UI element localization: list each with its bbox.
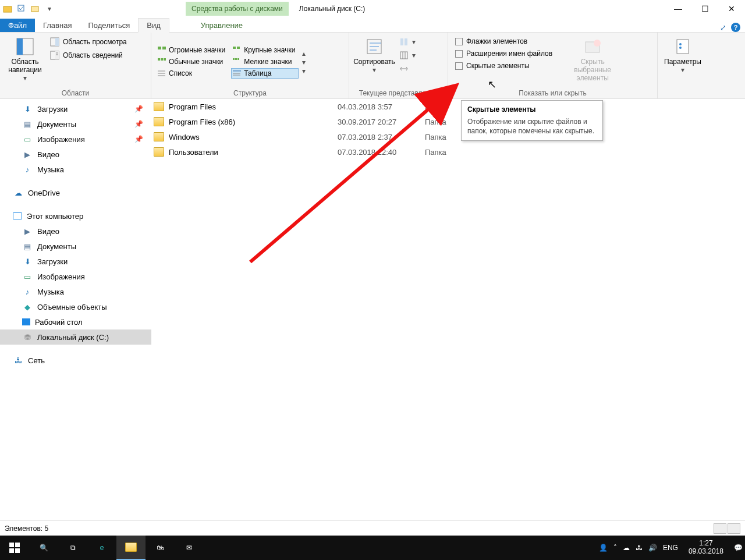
size-columns-button[interactable]: [397, 63, 420, 75]
cube-icon: ◆: [22, 302, 33, 311]
preview-pane-icon: [50, 37, 59, 47]
navigation-pane-button[interactable]: Область навигации ▾: [5, 35, 45, 83]
tab-share[interactable]: Поделиться: [80, 19, 138, 32]
table-row[interactable]: Пользователи 07.03.2018 22:40 Папка: [151, 144, 745, 160]
tray-clock[interactable]: 1:27 09.03.2018: [684, 540, 728, 556]
document-icon: ▤: [22, 242, 33, 251]
hide-icon: [583, 37, 602, 56]
start-button[interactable]: [0, 536, 29, 560]
svg-rect-18: [233, 58, 235, 60]
svg-rect-1: [18, 5, 24, 11]
tiles-icon: [232, 58, 242, 66]
group-label-panes: Области: [5, 88, 146, 97]
add-columns-button[interactable]: ▾: [397, 49, 420, 61]
svg-rect-4: [17, 38, 23, 55]
nav-pc-3d[interactable]: ◆Объемные объекты: [0, 299, 151, 314]
nav-network[interactable]: 🖧Сеть: [0, 353, 151, 368]
resize-icon: [399, 64, 409, 73]
nav-documents[interactable]: ▤Документы📌: [0, 116, 151, 132]
sort-button[interactable]: Сортировать ▾: [354, 35, 395, 76]
nav-pc-downloads[interactable]: ⬇Загрузки: [0, 254, 151, 269]
computer-icon: [13, 212, 22, 219]
tab-file[interactable]: Файл: [0, 19, 35, 32]
nav-pc-desktop[interactable]: Рабочий стол: [0, 314, 151, 329]
group-by-button[interactable]: ▾: [397, 36, 420, 48]
table-row[interactable]: Program Files 04.03.2018 3:57 Папка: [151, 99, 745, 114]
file-extensions-toggle[interactable]: Расширения имен файлов: [453, 48, 555, 59]
taskbar-edge[interactable]: e: [87, 536, 116, 560]
details-pane-button[interactable]: Область сведений: [48, 49, 129, 61]
tray-language[interactable]: ENG: [663, 544, 678, 552]
table-row[interactable]: Windows 07.03.2018 2:37 Папка: [151, 129, 745, 144]
nav-pc-music[interactable]: ♪Музыка: [0, 284, 151, 299]
folder-icon: [154, 147, 164, 157]
nav-pc-local-c[interactable]: ⛃Локальный диск (C:): [0, 329, 151, 345]
minimize-button[interactable]: —: [665, 0, 691, 17]
table-row[interactable]: Program Files (x86) 30.09.2017 20:27 Пап…: [151, 114, 745, 129]
file-date: 30.09.2017 20:27: [338, 118, 425, 126]
tray-chevron-up-icon[interactable]: ˄: [613, 544, 617, 552]
status-item-count: Элементов: 5: [5, 524, 48, 533]
layout-small[interactable]: Мелкие значки: [231, 56, 299, 67]
file-list[interactable]: Program Files 04.03.2018 3:57 Папка Prog…: [151, 99, 745, 520]
taskbar-mail[interactable]: ✉: [175, 536, 204, 560]
tab-home[interactable]: Главная: [35, 19, 80, 32]
chevron-down-icon: ▾: [371, 66, 377, 75]
hidden-items-toggle[interactable]: Скрытые элементы: [453, 61, 555, 71]
preview-pane-button[interactable]: Область просмотра: [48, 36, 129, 48]
layout-medium[interactable]: Обычные значки: [156, 56, 229, 67]
close-button[interactable]: ✕: [718, 0, 745, 17]
maximize-button[interactable]: ☐: [691, 0, 718, 17]
item-checkboxes-toggle[interactable]: Флажки элементов: [453, 36, 555, 47]
tray-people-icon[interactable]: 👤: [599, 544, 608, 552]
pin-icon: 📌: [134, 135, 143, 143]
layout-extra-large[interactable]: Огромные значки: [156, 45, 229, 55]
layout-large[interactable]: Крупные значки: [231, 45, 299, 55]
nav-music[interactable]: ♪Музыка: [0, 162, 151, 177]
nav-videos[interactable]: ▶Видео: [0, 147, 151, 162]
qat-customize-icon[interactable]: ▾: [44, 3, 55, 14]
tiles-icon: [232, 46, 242, 54]
desktop-icon: [22, 318, 30, 325]
nav-this-pc[interactable]: Этот компьютер: [0, 208, 151, 224]
tray-notifications-icon[interactable]: 💬: [734, 544, 743, 552]
svg-rect-31: [400, 38, 403, 45]
app-icon: [2, 3, 13, 14]
taskbar-store[interactable]: 🛍: [146, 536, 175, 560]
layout-details[interactable]: Таблица: [231, 68, 299, 79]
layout-scroll-up-icon[interactable]: ▴: [302, 49, 308, 58]
layout-list[interactable]: Список: [156, 68, 229, 79]
nav-pc-pictures[interactable]: ▭Изображения: [0, 269, 151, 284]
tray-onedrive-icon[interactable]: ☁: [623, 544, 630, 552]
tray-volume-icon[interactable]: 🔊: [648, 544, 657, 552]
layout-more-icon[interactable]: ▾: [302, 67, 308, 75]
details-pane-label: Область сведений: [63, 51, 123, 59]
nav-pc-videos[interactable]: ▶Видео: [0, 224, 151, 239]
options-button[interactable]: Параметры ▾: [662, 35, 703, 76]
navigation-pane: ⬇Загрузки📌 ▤Документы📌 ▭Изображения📌 ▶Ви…: [0, 99, 151, 520]
nav-onedrive[interactable]: ☁OneDrive: [0, 185, 151, 200]
taskbar: 🔍 ⧉ e 🛍 ✉ 👤 ˄ ☁ 🖧 🔊 ENG 1:27 09.03.2018 …: [0, 536, 745, 560]
nav-pc-documents[interactable]: ▤Документы: [0, 239, 151, 254]
minimize-ribbon-icon[interactable]: ⤢: [720, 23, 726, 32]
tab-manage[interactable]: Управление: [193, 19, 251, 32]
list-icon: [157, 69, 166, 77]
details-icon: [232, 69, 242, 77]
status-bar: Элементов: 5: [0, 520, 745, 536]
search-button[interactable]: 🔍: [29, 536, 58, 560]
drive-icon: ⛃: [22, 332, 33, 342]
nav-pictures[interactable]: ▭Изображения📌: [0, 132, 151, 147]
tab-view[interactable]: Вид: [138, 18, 169, 33]
taskbar-explorer[interactable]: [116, 536, 146, 560]
task-view-button[interactable]: ⧉: [58, 536, 87, 560]
svg-rect-43: [15, 543, 20, 547]
nav-downloads[interactable]: ⬇Загрузки📌: [0, 101, 151, 116]
svg-rect-11: [158, 47, 161, 49]
help-icon[interactable]: ?: [731, 23, 740, 32]
qat-newfolder-icon[interactable]: [30, 3, 41, 14]
layout-scroll-down-icon[interactable]: ▾: [302, 58, 308, 66]
qat-properties-icon[interactable]: [16, 3, 27, 14]
view-large-button[interactable]: [728, 523, 740, 534]
view-details-button[interactable]: [714, 523, 726, 534]
tray-network-icon[interactable]: 🖧: [636, 544, 643, 552]
